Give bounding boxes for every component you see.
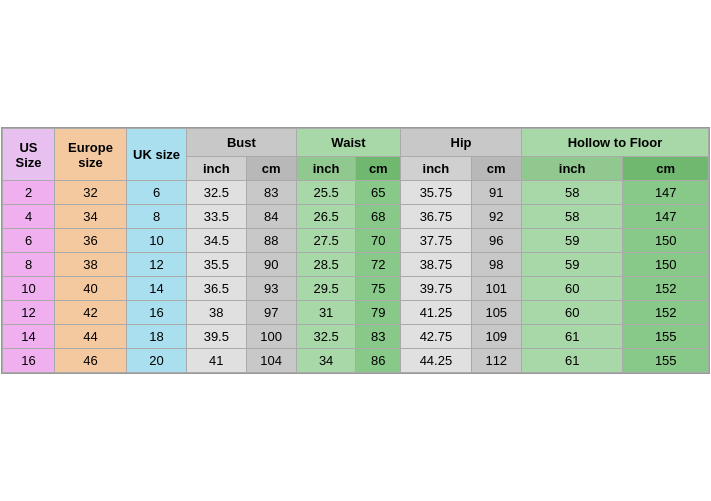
table-cell: 86: [356, 349, 401, 373]
subheader-htf-cm: cm: [623, 157, 709, 181]
table-cell: 10: [127, 229, 187, 253]
subheader-htf-inch: inch: [521, 157, 623, 181]
subheader-waist-cm: cm: [356, 157, 401, 181]
table-cell: 44: [55, 325, 127, 349]
table-cell: 104: [246, 349, 296, 373]
table-cell: 83: [246, 181, 296, 205]
header-us: US Size: [3, 129, 55, 181]
table-cell: 12: [127, 253, 187, 277]
table-cell: 109: [471, 325, 521, 349]
subheader-waist-inch: inch: [296, 157, 356, 181]
table-cell: 39.5: [187, 325, 247, 349]
table-row: 434833.58426.56836.759258147: [3, 205, 709, 229]
table-cell: 38: [55, 253, 127, 277]
table-cell: 34.5: [187, 229, 247, 253]
table-row: 16462041104348644.2511261155: [3, 349, 709, 373]
table-cell: 72: [356, 253, 401, 277]
table-cell: 150: [623, 229, 709, 253]
table-cell: 155: [623, 325, 709, 349]
table-cell: 32.5: [187, 181, 247, 205]
table-row: 6361034.58827.57037.759659150: [3, 229, 709, 253]
table-cell: 61: [521, 325, 623, 349]
table-row: 8381235.59028.57238.759859150: [3, 253, 709, 277]
table-row: 14441839.510032.58342.7510961155: [3, 325, 709, 349]
table-cell: 12: [3, 301, 55, 325]
table-cell: 25.5: [296, 181, 356, 205]
table-cell: 35.5: [187, 253, 247, 277]
table-cell: 6: [127, 181, 187, 205]
table-cell: 59: [521, 229, 623, 253]
table-cell: 68: [356, 205, 401, 229]
table-cell: 59: [521, 253, 623, 277]
subheader-hip-cm: cm: [471, 157, 521, 181]
table-cell: 105: [471, 301, 521, 325]
header-uk: UK size: [127, 129, 187, 181]
table-cell: 150: [623, 253, 709, 277]
table-cell: 36: [55, 229, 127, 253]
table-cell: 40: [55, 277, 127, 301]
table-cell: 84: [246, 205, 296, 229]
table-cell: 60: [521, 301, 623, 325]
table-cell: 100: [246, 325, 296, 349]
table-cell: 83: [356, 325, 401, 349]
table-cell: 16: [3, 349, 55, 373]
table-cell: 61: [521, 349, 623, 373]
table-cell: 60: [521, 277, 623, 301]
table-cell: 8: [127, 205, 187, 229]
table-row: 232632.58325.56535.759158147: [3, 181, 709, 205]
table-cell: 34: [55, 205, 127, 229]
header-eu: Europe size: [55, 129, 127, 181]
table-cell: 90: [246, 253, 296, 277]
table-cell: 38.75: [401, 253, 472, 277]
table-cell: 88: [246, 229, 296, 253]
table-cell: 147: [623, 205, 709, 229]
table-cell: 112: [471, 349, 521, 373]
header-hip: Hip: [401, 129, 522, 157]
table-cell: 27.5: [296, 229, 356, 253]
subheader-bust-cm: cm: [246, 157, 296, 181]
table-cell: 34: [296, 349, 356, 373]
size-chart-wrapper: US Size Europe size UK size Bust Waist H…: [1, 127, 710, 374]
table-cell: 41: [187, 349, 247, 373]
table-cell: 70: [356, 229, 401, 253]
table-cell: 44.25: [401, 349, 472, 373]
table-cell: 41.25: [401, 301, 472, 325]
table-cell: 8: [3, 253, 55, 277]
table-cell: 20: [127, 349, 187, 373]
header-htf: Hollow to Floor: [521, 129, 708, 157]
table-row: 1242163897317941.2510560152: [3, 301, 709, 325]
table-cell: 93: [246, 277, 296, 301]
table-cell: 38: [187, 301, 247, 325]
table-cell: 65: [356, 181, 401, 205]
table-cell: 6: [3, 229, 55, 253]
table-cell: 18: [127, 325, 187, 349]
table-cell: 26.5: [296, 205, 356, 229]
table-cell: 31: [296, 301, 356, 325]
header-waist: Waist: [296, 129, 400, 157]
table-cell: 32.5: [296, 325, 356, 349]
table-cell: 152: [623, 277, 709, 301]
table-cell: 10: [3, 277, 55, 301]
table-cell: 33.5: [187, 205, 247, 229]
table-cell: 42: [55, 301, 127, 325]
subheader-hip-inch: inch: [401, 157, 472, 181]
table-cell: 147: [623, 181, 709, 205]
table-cell: 46: [55, 349, 127, 373]
table-cell: 58: [521, 205, 623, 229]
table-cell: 16: [127, 301, 187, 325]
table-cell: 98: [471, 253, 521, 277]
table-cell: 101: [471, 277, 521, 301]
table-cell: 42.75: [401, 325, 472, 349]
table-cell: 79: [356, 301, 401, 325]
table-cell: 36.5: [187, 277, 247, 301]
table-row: 10401436.59329.57539.7510160152: [3, 277, 709, 301]
table-cell: 96: [471, 229, 521, 253]
table-cell: 75: [356, 277, 401, 301]
table-cell: 28.5: [296, 253, 356, 277]
table-cell: 91: [471, 181, 521, 205]
table-cell: 14: [3, 325, 55, 349]
header-bust: Bust: [187, 129, 297, 157]
table-cell: 58: [521, 181, 623, 205]
size-chart-table: US Size Europe size UK size Bust Waist H…: [2, 128, 709, 373]
table-cell: 2: [3, 181, 55, 205]
